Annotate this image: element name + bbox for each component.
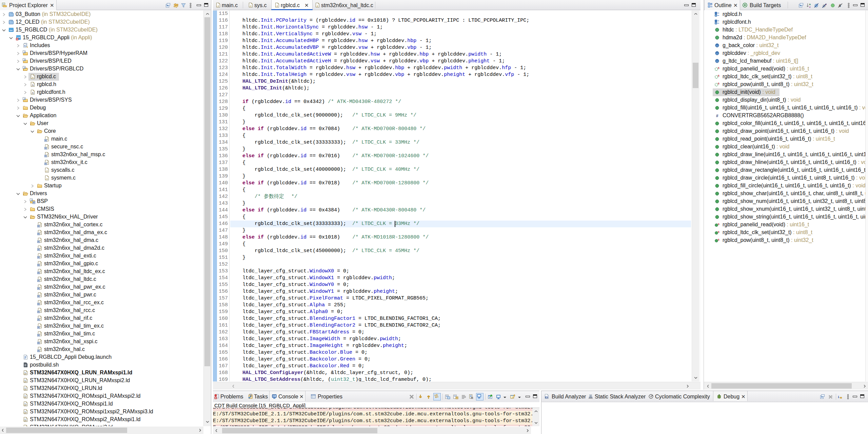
svg-text:.c: .c <box>23 51 25 54</box>
svg-text:.c: .c <box>216 5 219 7</box>
svg-text:.h: .h <box>31 84 34 87</box>
svg-text:s: s <box>718 237 719 241</box>
svg-text:.c: .c <box>45 178 48 180</box>
svg-text:.c: .c <box>316 5 318 7</box>
svg-text:s: s <box>718 222 719 226</box>
svg-text:s: s <box>718 230 719 233</box>
svg-text:.c: .c <box>23 67 25 69</box>
svg-text:i: i <box>838 395 839 399</box>
svg-text:IDE: IDE <box>9 29 13 32</box>
svg-text:#: # <box>716 113 718 118</box>
svg-text:.c: .c <box>275 5 278 7</box>
svg-text:s: s <box>718 74 719 77</box>
svg-text:s: s <box>718 82 719 85</box>
svg-text:.c: .c <box>31 76 34 79</box>
svg-text:.c: .c <box>45 170 48 172</box>
svg-text:.c: .c <box>249 5 252 7</box>
svg-text:.c: .c <box>23 59 25 61</box>
svg-text:010: 010 <box>545 396 548 398</box>
svg-text:z: z <box>809 5 811 8</box>
svg-text:s: s <box>718 66 719 69</box>
svg-text:.h: .h <box>31 92 34 95</box>
svg-text:h: h <box>24 44 26 47</box>
svg-text:.c: .c <box>30 199 33 202</box>
svg-text:.c: .c <box>23 98 25 100</box>
